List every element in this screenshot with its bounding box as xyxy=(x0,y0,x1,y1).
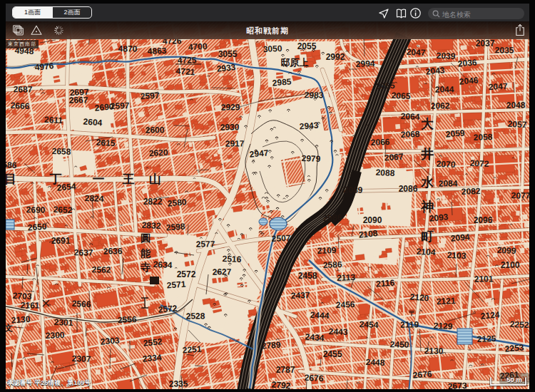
svg-text:2130: 2130 xyxy=(424,346,444,356)
svg-text:2253: 2253 xyxy=(504,342,524,354)
svg-text:2929: 2929 xyxy=(221,102,240,112)
svg-text:2099: 2099 xyxy=(496,245,516,256)
svg-text:2088: 2088 xyxy=(375,167,395,178)
svg-text:井: 井 xyxy=(420,147,434,161)
svg-text:4870: 4870 xyxy=(118,43,138,53)
svg-text:2597: 2597 xyxy=(110,100,129,111)
svg-text:2580: 2580 xyxy=(167,197,187,208)
svg-text:2335: 2335 xyxy=(169,378,188,388)
svg-text:王: 王 xyxy=(122,172,135,186)
svg-text:2121: 2121 xyxy=(436,296,456,306)
svg-text:2943: 2943 xyxy=(299,120,319,132)
svg-text:2572: 2572 xyxy=(177,269,196,279)
svg-text:2058: 2058 xyxy=(473,132,492,143)
svg-text:2667: 2667 xyxy=(69,95,88,105)
svg-text:2947: 2947 xyxy=(249,148,269,159)
svg-text:2586: 2586 xyxy=(6,160,17,170)
svg-text:2552: 2552 xyxy=(143,336,163,349)
svg-text:2303: 2303 xyxy=(100,335,120,346)
svg-text:2086: 2086 xyxy=(399,184,418,194)
svg-text:2109: 2109 xyxy=(317,245,336,256)
svg-text:邸原上: 邸原上 xyxy=(281,57,309,68)
svg-text:2089: 2089 xyxy=(344,185,363,195)
svg-text:寺: 寺 xyxy=(140,262,151,273)
svg-text:2577: 2577 xyxy=(196,239,215,249)
svg-text:2598: 2598 xyxy=(165,222,185,233)
svg-text:2100: 2100 xyxy=(501,260,520,270)
svg-text:2048: 2048 xyxy=(506,100,526,110)
svg-text:〒: 〒 xyxy=(409,309,416,317)
svg-text:2044: 2044 xyxy=(435,84,454,94)
svg-text:2062: 2062 xyxy=(431,100,450,110)
svg-text:2252: 2252 xyxy=(509,319,529,330)
svg-text:2119: 2119 xyxy=(400,319,419,329)
svg-text:2334: 2334 xyxy=(142,352,162,363)
svg-text:丁: 丁 xyxy=(49,172,62,186)
svg-text:4976: 4976 xyxy=(34,61,54,73)
svg-text:2572: 2572 xyxy=(158,303,178,314)
svg-text:2597: 2597 xyxy=(140,91,160,101)
svg-text:2057: 2057 xyxy=(507,119,527,130)
svg-text:2046: 2046 xyxy=(459,75,479,86)
svg-text:2652: 2652 xyxy=(53,205,73,215)
svg-text:2458: 2458 xyxy=(298,271,317,281)
svg-text:2676: 2676 xyxy=(412,368,432,380)
svg-text:2047: 2047 xyxy=(406,47,426,58)
svg-text:水: 水 xyxy=(420,175,434,190)
svg-text:2082: 2082 xyxy=(461,186,480,197)
svg-text:2673: 2673 xyxy=(447,381,467,389)
svg-text:2979: 2979 xyxy=(301,153,320,164)
svg-text:2687: 2687 xyxy=(14,84,33,94)
svg-text:2094: 2094 xyxy=(450,232,470,243)
svg-text:2566: 2566 xyxy=(71,299,91,309)
svg-text:2792: 2792 xyxy=(271,380,291,389)
svg-text:2691: 2691 xyxy=(51,236,71,246)
svg-text:2562: 2562 xyxy=(92,264,111,274)
svg-text:2448: 2448 xyxy=(365,357,384,368)
svg-text:2600: 2600 xyxy=(146,125,165,135)
svg-text:2443: 2443 xyxy=(328,326,347,337)
svg-text:2615: 2615 xyxy=(96,138,116,148)
svg-text:2516: 2516 xyxy=(222,254,241,264)
svg-text:2059: 2059 xyxy=(445,128,465,139)
svg-text:2124: 2124 xyxy=(480,309,500,321)
svg-text:神: 神 xyxy=(420,200,434,214)
svg-text:2994: 2994 xyxy=(355,58,374,69)
svg-text:2690: 2690 xyxy=(26,205,46,215)
svg-text:2065: 2065 xyxy=(391,91,411,101)
svg-text:2992: 2992 xyxy=(326,52,345,62)
svg-text:2047: 2047 xyxy=(488,81,508,92)
svg-text:2064: 2064 xyxy=(400,111,419,122)
svg-text:2104: 2104 xyxy=(416,247,436,257)
svg-text:2933: 2933 xyxy=(216,62,236,74)
svg-text:2822: 2822 xyxy=(143,197,163,207)
svg-text:2084: 2084 xyxy=(439,178,458,188)
svg-text:4700: 4700 xyxy=(188,41,208,52)
svg-text:2917: 2917 xyxy=(225,138,245,148)
svg-text:2637: 2637 xyxy=(74,247,93,257)
svg-text:2636: 2636 xyxy=(103,246,123,256)
svg-text:町: 町 xyxy=(421,229,434,244)
svg-text:2676: 2676 xyxy=(304,373,324,383)
svg-text:50 m: 50 m xyxy=(506,376,522,383)
svg-text:2113: 2113 xyxy=(337,272,356,283)
svg-text:2300: 2300 xyxy=(45,330,64,341)
svg-text:2096: 2096 xyxy=(474,215,493,225)
svg-text:2251: 2251 xyxy=(182,344,202,356)
svg-text:2437: 2437 xyxy=(290,290,310,301)
svg-text:2130: 2130 xyxy=(11,314,31,326)
svg-text:2930: 2930 xyxy=(220,122,240,132)
svg-text:山: 山 xyxy=(149,172,161,186)
svg-text:2507: 2507 xyxy=(271,233,290,244)
svg-text:目: 目 xyxy=(6,172,16,186)
svg-text:2986: 2986 xyxy=(322,212,342,223)
svg-text:2035: 2035 xyxy=(495,45,514,55)
svg-text:4721: 4721 xyxy=(175,66,195,78)
svg-text:圓: 圓 xyxy=(141,232,151,244)
svg-text:2077: 2077 xyxy=(511,190,529,200)
svg-text:2454: 2454 xyxy=(359,319,378,330)
svg-text:2611: 2611 xyxy=(44,115,63,125)
svg-text:2456: 2456 xyxy=(335,299,355,310)
svg-text:2307: 2307 xyxy=(71,354,91,364)
svg-text:2650: 2650 xyxy=(27,222,47,233)
